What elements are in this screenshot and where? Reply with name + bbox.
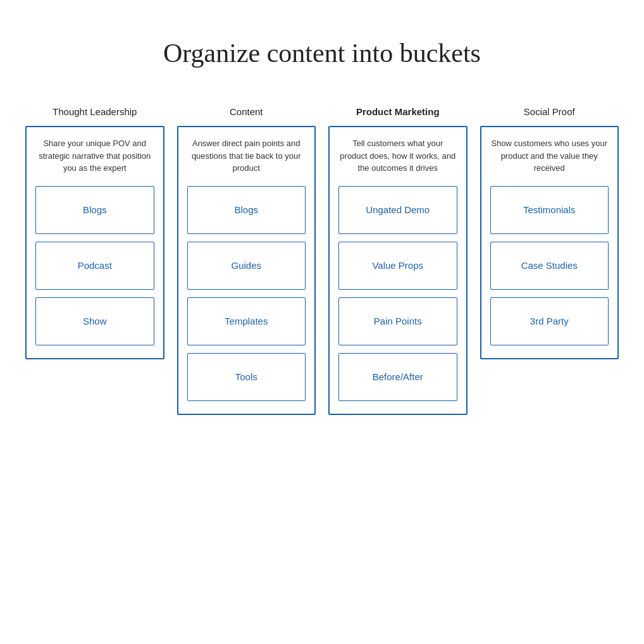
- bucket-content: ContentAnswer direct pain points and que…: [177, 106, 316, 415]
- bucket-description-content: Answer direct pain points and questions …: [187, 137, 306, 175]
- item-label-pain-points: Pain Points: [374, 316, 422, 326]
- item-label-ungated-demo: Ungated Demo: [366, 204, 430, 215]
- item-box-before/after[interactable]: Before/After: [338, 353, 457, 401]
- item-label-before/after: Before/After: [373, 371, 423, 382]
- bucket-description-product-marketing: Tell customers what your product does, h…: [338, 137, 457, 175]
- item-box-value-props[interactable]: Value Props: [338, 242, 457, 290]
- item-label-guides: Guides: [231, 260, 261, 271]
- buckets-container: Thought LeadershipShare your unique POV …: [25, 106, 619, 415]
- item-box-case-studies[interactable]: Case Studies: [490, 242, 609, 290]
- bucket-outer-product-marketing: Tell customers what your product does, h…: [328, 126, 468, 415]
- item-label-podcast: Podcast: [78, 260, 112, 271]
- item-label-tools: Tools: [235, 371, 257, 382]
- item-box-testimonials[interactable]: Testimonials: [490, 186, 609, 234]
- item-box-tools[interactable]: Tools: [187, 353, 306, 401]
- item-box-pain-points[interactable]: Pain Points: [338, 297, 457, 345]
- bucket-title-social-proof: Social Proof: [524, 106, 575, 117]
- item-label-blogs: Blogs: [234, 204, 258, 215]
- page-title: Organize content into buckets: [163, 38, 481, 68]
- item-box-blogs[interactable]: Blogs: [35, 186, 154, 234]
- bucket-outer-content: Answer direct pain points and questions …: [177, 126, 316, 415]
- bucket-title-content: Content: [230, 106, 263, 117]
- bucket-product-marketing: Product MarketingTell customers what you…: [328, 106, 468, 415]
- item-box-templates[interactable]: Templates: [187, 297, 306, 345]
- item-box-blogs[interactable]: Blogs: [187, 186, 306, 234]
- item-label-templates: Templates: [225, 316, 268, 326]
- item-label-testimonials: Testimonials: [523, 204, 576, 215]
- item-label-3rd-party: 3rd Party: [530, 316, 569, 326]
- bucket-description-thought-leadership: Share your unique POV and strategic narr…: [35, 137, 154, 175]
- item-box-show[interactable]: Show: [35, 297, 154, 345]
- item-label-show: Show: [83, 316, 107, 326]
- bucket-outer-social-proof: Show customers who uses your product and…: [480, 126, 619, 359]
- item-box-3rd-party[interactable]: 3rd Party: [490, 297, 609, 345]
- item-label-case-studies: Case Studies: [521, 260, 578, 271]
- bucket-thought-leadership: Thought LeadershipShare your unique POV …: [25, 106, 164, 359]
- item-box-guides[interactable]: Guides: [187, 242, 306, 290]
- item-label-blogs: Blogs: [83, 204, 107, 215]
- item-box-ungated-demo[interactable]: Ungated Demo: [338, 186, 457, 234]
- item-label-value-props: Value Props: [372, 260, 423, 271]
- bucket-title-thought-leadership: Thought Leadership: [53, 106, 137, 117]
- bucket-outer-thought-leadership: Share your unique POV and strategic narr…: [25, 126, 164, 359]
- bucket-social-proof: Social ProofShow customers who uses your…: [480, 106, 619, 359]
- item-box-podcast[interactable]: Podcast: [35, 242, 154, 290]
- bucket-title-product-marketing: Product Marketing: [356, 106, 440, 117]
- bucket-description-social-proof: Show customers who uses your product and…: [490, 137, 609, 175]
